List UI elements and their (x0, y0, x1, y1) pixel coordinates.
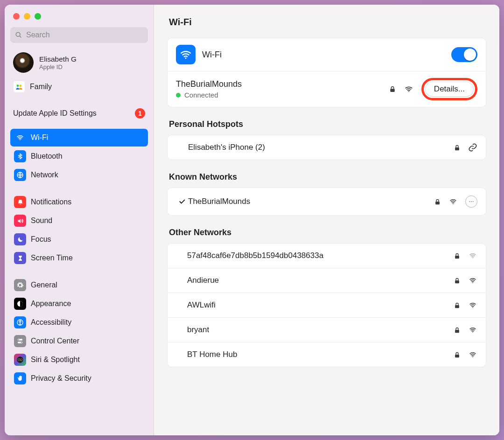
sidebar-item-appearance[interactable]: Appearance (10, 295, 148, 313)
update-apple-id-row[interactable]: Update Apple ID Settings 1 (10, 105, 148, 122)
sidebar-item-notifications[interactable]: Notifications (10, 193, 148, 211)
gear-icon (14, 279, 26, 291)
wifi-toggle-row: Wi-Fi (168, 38, 486, 71)
speaker-icon (14, 215, 26, 227)
svg-rect-18 (435, 201, 440, 204)
other-network-row[interactable]: BT Home Hub (168, 342, 486, 367)
sidebar-item-label: Appearance (31, 300, 71, 308)
status-dot-icon (176, 93, 181, 98)
other-network-row[interactable]: bryant (168, 318, 486, 342)
sidebar-item-label: Family (30, 83, 52, 91)
hotspot-row[interactable]: Elisabeth's iPhone (2) (168, 135, 486, 160)
svg-line-1 (20, 36, 21, 37)
lock-icon (454, 351, 461, 359)
wifi-signal-icon (468, 301, 477, 309)
connection-status: Connected (184, 91, 218, 99)
lock-icon (389, 85, 396, 93)
apple-id-row[interactable]: Elisabeth G Apple ID (10, 48, 148, 77)
sidebar-item-privacy[interactable]: Privacy & Security (10, 370, 148, 387)
network-name: 57af48caf6e7db8b5b1594db0438633a (187, 251, 323, 260)
svg-point-21 (471, 201, 472, 202)
svg-rect-25 (455, 280, 459, 283)
switches-icon (14, 335, 26, 347)
user-name: Elisabeth G (39, 55, 77, 63)
user-subtitle: Apple ID (39, 63, 77, 70)
sidebar-item-sound[interactable]: Sound (10, 212, 148, 230)
lock-icon (454, 144, 461, 152)
sidebar-item-label: Network (31, 171, 58, 179)
wifi-icon (14, 132, 26, 144)
sidebar-item-wifi[interactable]: Wi-Fi (10, 129, 148, 147)
accessibility-icon (14, 316, 26, 328)
sidebar-item-control-center[interactable]: Control Center (10, 332, 148, 350)
sidebar-item-label: General (31, 281, 57, 289)
details-button-highlight: Details... (421, 78, 477, 100)
svg-point-19 (453, 203, 454, 204)
network-name: bryant (187, 325, 209, 335)
svg-rect-29 (455, 329, 459, 332)
svg-point-28 (472, 307, 473, 308)
sidebar-item-bluetooth[interactable]: Bluetooth (10, 147, 148, 165)
sidebar-item-label: Privacy & Security (31, 374, 91, 383)
minimize-window-button[interactable] (24, 13, 30, 20)
search-icon (15, 31, 22, 39)
appearance-icon (14, 298, 26, 310)
wifi-toggle-label: Wi-Fi (202, 50, 222, 60)
sidebar-item-label: Bluetooth (31, 152, 63, 161)
globe-icon (14, 169, 26, 181)
other-network-row[interactable]: 57af48caf6e7db8b5b1594db0438633a (168, 244, 486, 268)
hourglass-icon (14, 252, 26, 264)
wifi-signal-icon (468, 326, 477, 334)
sidebar-item-label: Accessibility (31, 318, 71, 327)
lock-icon (454, 301, 461, 309)
fullscreen-window-button[interactable] (35, 13, 41, 20)
svg-point-11 (18, 339, 19, 340)
siri-icon (14, 354, 26, 366)
svg-rect-17 (455, 147, 459, 150)
sidebar-item-focus[interactable]: Focus (10, 230, 148, 248)
search-input[interactable] (26, 31, 143, 39)
known-network-row[interactable]: TheBurialMounds (168, 188, 486, 215)
other-network-row[interactable]: AWLwifi (168, 293, 486, 318)
sidebar-item-label: Control Center (31, 337, 79, 345)
check-icon (176, 198, 188, 205)
network-name: BT Home Hub (187, 350, 237, 359)
main-panel: Wi-Fi Wi-Fi TheBurialMounds Connected (154, 5, 499, 435)
other-network-row[interactable]: Andierue (168, 268, 486, 293)
network-name: AWLwifi (187, 300, 216, 310)
moon-icon (14, 233, 26, 245)
sidebar-item-label: Screen Time (31, 254, 73, 262)
wifi-signal-icon (468, 277, 477, 284)
sidebar-item-label: Focus (31, 235, 51, 244)
svg-point-16 (408, 91, 409, 92)
sidebar-item-network[interactable]: Network (10, 166, 148, 184)
svg-point-14 (185, 57, 186, 59)
link-icon (468, 143, 477, 152)
update-apple-id-label: Update Apple ID Settings (13, 109, 97, 118)
svg-point-24 (472, 258, 473, 258)
more-options-button[interactable] (465, 196, 477, 208)
sidebar: Elisabeth G Apple ID Family Update Apple… (5, 5, 154, 435)
network-name: TheBurialMounds (188, 197, 250, 206)
wifi-tile-icon (176, 45, 196, 64)
current-network-ssid: TheBurialMounds (176, 79, 242, 89)
wifi-toggle[interactable] (451, 47, 477, 62)
other-networks-heading: Other Networks (169, 228, 486, 237)
sidebar-item-screen-time[interactable]: Screen Time (10, 249, 148, 267)
bell-icon (14, 196, 26, 208)
search-field[interactable] (10, 27, 148, 43)
svg-point-30 (472, 332, 473, 333)
svg-point-12 (21, 342, 22, 343)
details-button[interactable]: Details... (425, 82, 474, 97)
svg-point-20 (469, 201, 470, 202)
notification-badge: 1 (135, 108, 145, 119)
lock-icon (434, 198, 441, 206)
sidebar-item-family[interactable]: Family (10, 77, 148, 96)
sidebar-item-accessibility[interactable]: Accessibility (10, 314, 148, 331)
close-window-button[interactable] (13, 13, 20, 20)
sidebar-item-siri[interactable]: Siri & Spotlight (10, 351, 148, 369)
known-networks-heading: Known Networks (169, 172, 486, 182)
sidebar-item-general[interactable]: General (10, 276, 148, 294)
svg-point-8 (20, 321, 21, 321)
lock-icon (454, 277, 461, 285)
